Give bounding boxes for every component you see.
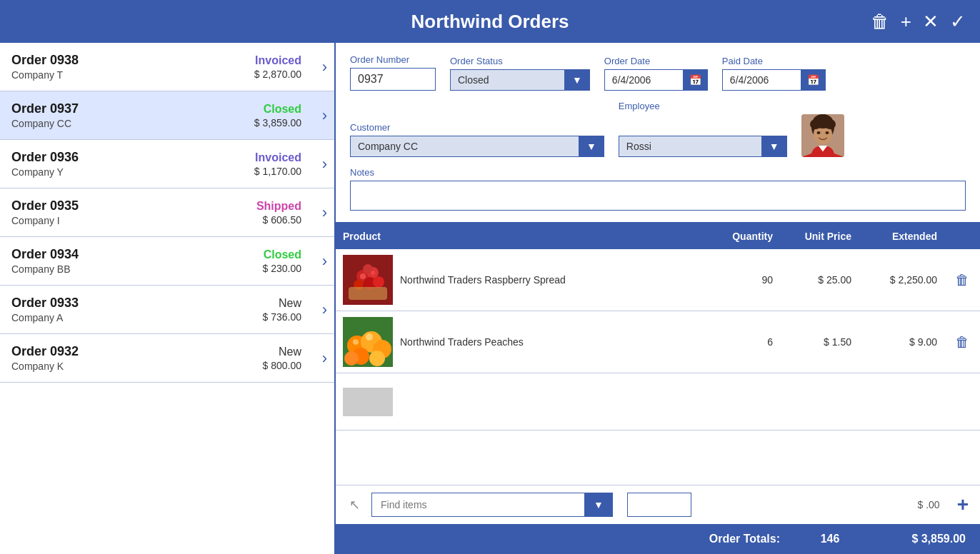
product-thumb-partial [343,388,393,416]
order-list-item-order-0936[interactable]: Order 0936 Company Y Invoiced $ 1,170.00… [0,140,334,188]
notes-input[interactable] [350,181,966,211]
quantity-cell: 90 [709,268,780,291]
order-status-dropdown-btn[interactable]: ▼ [564,69,590,91]
quantity-input[interactable] [627,493,691,517]
order-info: Order 0936 Company Y [11,150,254,178]
customer-dropdown-wrapper: Company CC Company A Company BB Company … [350,136,604,157]
order-company: Company CC [11,118,254,129]
order-date-label: Order Date [604,56,708,66]
app-header: Northwind Orders 🗑 + ✕ ✓ [0,0,980,43]
product-thumb-cell [336,382,393,422]
order-date-input[interactable] [604,69,683,91]
order-info: Order 0932 Company K [11,344,263,372]
cancel-icon[interactable]: ✕ [923,11,939,33]
order-amount: $ 800.00 [263,360,302,371]
order-info: Order 0933 Company A [11,296,263,323]
form-row-2: Customer Company CC Company A Company BB… [350,101,966,157]
right-panel: Order Number Order Status Closed New Inv… [336,43,980,554]
app-title: Northwind Orders [411,11,569,33]
confirm-icon[interactable]: ✓ [950,11,966,33]
row-delete-icon[interactable]: 🗑 [955,334,969,350]
order-number-label: Order Number [350,54,436,65]
order-amount: $ 736.00 [263,311,302,323]
paid-date-wrapper: 📅 [722,69,826,91]
form-area: Order Number Order Status Closed New Inv… [336,43,980,223]
order-status-amount: New $ 736.00 [263,297,302,323]
add-record-icon[interactable]: + [901,11,911,33]
header-actions: 🗑 + ✕ ✓ [871,11,966,33]
chevron-right-icon: › [322,106,327,125]
order-info: Order 0938 Company T [11,53,254,81]
order-company: Company A [11,312,263,323]
order-number-input[interactable] [350,68,436,91]
paid-date-group: Paid Date 📅 [722,56,826,91]
customer-select[interactable]: Company CC Company A Company BB Company … [350,136,579,157]
order-list-item-order-0938[interactable]: Order 0938 Company T Invoiced $ 2,870.00… [0,43,334,91]
unit-price-cell: $ 1.50 [780,331,859,353]
employee-dropdown-btn[interactable]: ▼ [761,136,787,157]
order-company: Company I [11,215,256,226]
quantity-cell: 6 [709,331,780,353]
order-date-calendar-btn[interactable]: 📅 [683,69,708,91]
order-amount: $ 606.50 [256,214,301,226]
order-list-item-order-0933[interactable]: Order 0933 Company A New $ 736.00 › [0,286,334,334]
order-list-item-order-0935[interactable]: Order 0935 Company I Shipped $ 606.50 › [0,188,334,237]
order-number-group: Order Number [350,54,436,91]
order-status-amount: Shipped $ 606.50 [256,200,301,226]
chevron-right-icon: › [322,58,327,76]
svg-point-25 [366,333,373,341]
svg-point-13 [373,276,384,288]
product-name-cell: Northwind Traders Raspberry Spread [393,268,709,291]
form-row-1: Order Number Order Status Closed New Inv… [350,54,966,91]
svg-point-6 [816,131,820,134]
th-quantity: Quantity [709,231,780,242]
employee-group: Employee Rossi Smith Jones ▼ [619,101,844,157]
svg-point-4 [810,119,821,129]
order-list: Order 0938 Company T Invoiced $ 2,870.00… [0,43,336,554]
table-header: Product Quantity Unit Price Extended [336,223,980,249]
order-status: Shipped [256,200,301,213]
order-status: Closed [263,248,302,261]
delete-icon[interactable]: 🗑 [871,11,889,33]
order-status-amount: Invoiced $ 2,870.00 [254,54,301,80]
totals-label: Order Totals: [709,533,780,545]
svg-point-5 [824,119,836,129]
svg-point-24 [344,351,359,366]
product-name-cell [393,396,709,408]
chevron-right-icon: › [322,301,327,319]
table-body: Northwind Traders Raspberry Spread 90 $ … [336,249,980,485]
order-number: Order 0936 [11,150,254,165]
chevron-right-icon: › [322,252,327,271]
find-items-wrapper: ▼ [371,493,613,517]
order-list-item-order-0937[interactable]: Order 0937 Company CC Closed $ 3,859.00 … [0,91,334,140]
row-delete-icon[interactable]: 🗑 [955,272,969,288]
notes-label: Notes [350,167,966,178]
order-list-item-order-0932[interactable]: Order 0932 Company K New $ 800.00 › [0,334,334,383]
customer-dropdown-btn[interactable]: ▼ [579,136,604,157]
order-status-select[interactable]: Closed New Invoiced Shipped [450,69,564,91]
add-row: ↖ ▼ $ .00 + [336,485,980,524]
paid-date-label: Paid Date [722,56,826,66]
extended-cell: $ 9.00 [859,331,944,353]
table-area: Product Quantity Unit Price Extended [336,223,980,554]
order-status: Closed [254,103,301,116]
table-row: Northwind Traders Raspberry Spread 90 $ … [336,249,980,311]
unit-price-cell [780,396,859,408]
unit-price-cell: $ 25.00 [780,268,859,291]
order-company: Company T [11,69,254,81]
order-list-item-order-0934[interactable]: Order 0934 Company BB Closed $ 230.00 › [0,237,334,286]
paid-date-input[interactable] [722,69,801,91]
add-line-item-btn[interactable]: + [954,495,971,515]
order-status: New [263,297,302,310]
row-delete-cell [944,396,980,408]
order-status-dropdown-wrapper: Closed New Invoiced Shipped ▼ [450,69,590,91]
row-delete-cell: 🗑 [944,266,980,294]
find-items-input[interactable] [371,493,584,517]
order-status-amount: Invoiced $ 1,170.00 [254,151,301,177]
paid-date-calendar-btn[interactable]: 📅 [801,69,826,91]
find-items-dropdown-btn[interactable]: ▼ [584,493,613,517]
app-container: Northwind Orders 🗑 + ✕ ✓ Order 0938 Comp… [0,0,980,554]
employee-select[interactable]: Rossi Smith Jones [619,136,761,157]
order-status-amount: Closed $ 3,859.00 [254,103,301,129]
th-actions [944,231,980,242]
